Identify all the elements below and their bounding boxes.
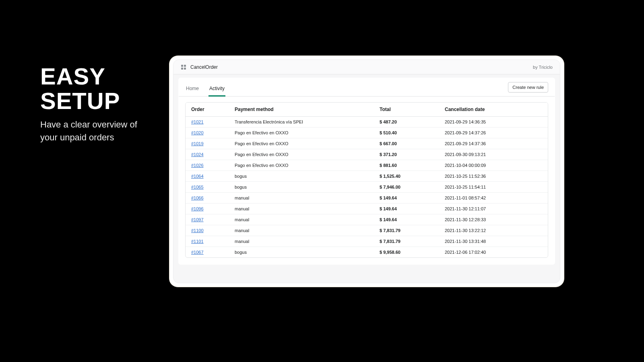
promo-subtext: Have a clear overview of your unpaid ord… (40, 118, 153, 144)
payment-method-cell: Pago en Efectivo en OXXO (229, 128, 374, 138)
total-cell: $ 881.60 (374, 160, 439, 171)
order-link[interactable]: #1019 (191, 141, 204, 146)
cancellation-date-cell: 2021-09-29 14:36:35 (439, 117, 548, 128)
cancellation-date-cell: 2021-10-04 00:00:09 (439, 160, 548, 171)
cancellation-date-cell: 2021-11-30 12:11:07 (439, 204, 548, 214)
cancellation-date-cell: 2021-10-25 11:54:11 (439, 182, 548, 193)
order-link[interactable]: #1096 (191, 206, 204, 211)
total-cell: $ 371.20 (374, 149, 439, 160)
payment-method-cell: manual (229, 193, 374, 204)
tabs-row: Home Activity Create new rule (179, 78, 555, 97)
payment-method-cell: manual (229, 214, 374, 225)
payment-method-cell: manual (229, 204, 374, 214)
promo-headline: EASY SETUP (40, 64, 153, 113)
total-cell: $ 149.64 (374, 214, 439, 225)
total-cell: $ 149.64 (374, 193, 439, 204)
payment-method-cell: manual (229, 236, 374, 247)
app-header: CancelOrder by Triciclo (173, 60, 560, 74)
col-total: Total (374, 103, 439, 117)
svg-rect-3 (184, 68, 186, 70)
orders-table-card: Order Payment method Total Cancellation … (185, 102, 548, 258)
table-row: #1097manual$ 149.642021-11-30 12:28:33 (186, 214, 548, 225)
app-header-left: CancelOrder (181, 64, 218, 70)
tab-activity[interactable]: Activity (208, 81, 225, 97)
table-row: #1067bogus$ 9,958.602021-12-06 17:02:40 (186, 247, 548, 258)
payment-method-cell: Pago en Efectivo en OXXO (229, 149, 374, 160)
app-title: CancelOrder (190, 64, 218, 70)
tabs: Home Activity (185, 78, 225, 96)
col-order: Order (186, 103, 229, 117)
col-payment-method: Payment method (229, 103, 374, 117)
order-link[interactable]: #1097 (191, 217, 204, 222)
table-row: #1100manual$ 7,831.792021-11-30 13:22:12 (186, 225, 548, 236)
cancellation-date-cell: 2021-11-30 13:31:48 (439, 236, 548, 247)
total-cell: $ 1,525.40 (374, 171, 439, 182)
payment-method-cell: Transferencia Electrónica vía SPEI (229, 117, 374, 128)
promo-headline-line1: EASY (40, 63, 105, 89)
table-row: #1024Pago en Efectivo en OXXO$ 371.20202… (186, 149, 548, 160)
total-cell: $ 149.64 (374, 204, 439, 214)
total-cell: $ 7,831.79 (374, 236, 439, 247)
create-new-rule-button[interactable]: Create new rule (508, 82, 548, 93)
order-link[interactable]: #1020 (191, 130, 204, 135)
promo-headline-line2: SETUP (40, 88, 120, 114)
svg-rect-0 (181, 65, 183, 67)
cancellation-date-cell: 2021-09-30 09:13:21 (439, 149, 548, 160)
order-link[interactable]: #1101 (191, 239, 204, 244)
table-row: #1066manual$ 149.642021-11-01 08:57:42 (186, 193, 548, 204)
col-cancellation-date: Cancellation date (439, 103, 548, 117)
table-row: #1019Pago en Efectivo en OXXO$ 667.00202… (186, 138, 548, 149)
total-cell: $ 487.20 (374, 117, 439, 128)
order-link[interactable]: #1067 (191, 250, 204, 255)
app-screenshot-card: CancelOrder by Triciclo Home Activity Cr… (169, 56, 564, 287)
table-row: #1021Transferencia Electrónica vía SPEI$… (186, 117, 548, 128)
order-link[interactable]: #1026 (191, 163, 204, 168)
app-author: by Triciclo (533, 65, 553, 70)
payment-method-cell: bogus (229, 182, 374, 193)
cancellation-date-cell: 2021-10-25 11:52:36 (439, 171, 548, 182)
app-grid-icon (181, 64, 186, 70)
table-header-row: Order Payment method Total Cancellation … (186, 103, 548, 117)
payment-method-cell: Pago en Efectivo en OXXO (229, 160, 374, 171)
svg-rect-2 (181, 68, 183, 70)
order-link[interactable]: #1100 (191, 228, 204, 233)
table-row: #1101manual$ 7,831.792021-11-30 13:31:48 (186, 236, 548, 247)
promo-copy: EASY SETUP Have a clear overview of your… (40, 64, 153, 144)
table-row: #1020Pago en Efectivo en OXXO$ 510.40202… (186, 128, 548, 138)
payment-method-cell: manual (229, 225, 374, 236)
table-row: #1026Pago en Efectivo en OXXO$ 881.60202… (186, 160, 548, 171)
payment-method-cell: Pago en Efectivo en OXXO (229, 138, 374, 149)
table-row: #1064bogus$ 1,525.402021-10-25 11:52:36 (186, 171, 548, 182)
order-link[interactable]: #1021 (191, 119, 204, 124)
order-link[interactable]: #1024 (191, 152, 204, 157)
main-panel: Home Activity Create new rule Order (178, 78, 555, 265)
cancellation-date-cell: 2021-12-06 17:02:40 (439, 247, 548, 258)
total-cell: $ 9,958.60 (374, 247, 439, 258)
total-cell: $ 7,946.00 (374, 182, 439, 193)
total-cell: $ 667.00 (374, 138, 439, 149)
cancellation-date-cell: 2021-09-29 14:37:36 (439, 138, 548, 149)
svg-rect-1 (184, 65, 186, 67)
table-row: #1065bogus$ 7,946.002021-10-25 11:54:11 (186, 182, 548, 193)
cancellation-date-cell: 2021-11-30 13:22:12 (439, 225, 548, 236)
app-frame: CancelOrder by Triciclo Home Activity Cr… (173, 60, 560, 283)
payment-method-cell: bogus (229, 247, 374, 258)
order-link[interactable]: #1065 (191, 185, 204, 189)
tab-home[interactable]: Home (185, 81, 200, 97)
order-link[interactable]: #1064 (191, 174, 204, 179)
total-cell: $ 510.40 (374, 128, 439, 138)
total-cell: $ 7,831.79 (374, 225, 439, 236)
orders-table: Order Payment method Total Cancellation … (186, 103, 548, 257)
cancellation-date-cell: 2021-09-29 14:37:26 (439, 128, 548, 138)
payment-method-cell: bogus (229, 171, 374, 182)
table-row: #1096manual$ 149.642021-11-30 12:11:07 (186, 204, 548, 214)
cancellation-date-cell: 2021-11-30 12:28:33 (439, 214, 548, 225)
order-link[interactable]: #1066 (191, 195, 204, 200)
cancellation-date-cell: 2021-11-01 08:57:42 (439, 193, 548, 204)
